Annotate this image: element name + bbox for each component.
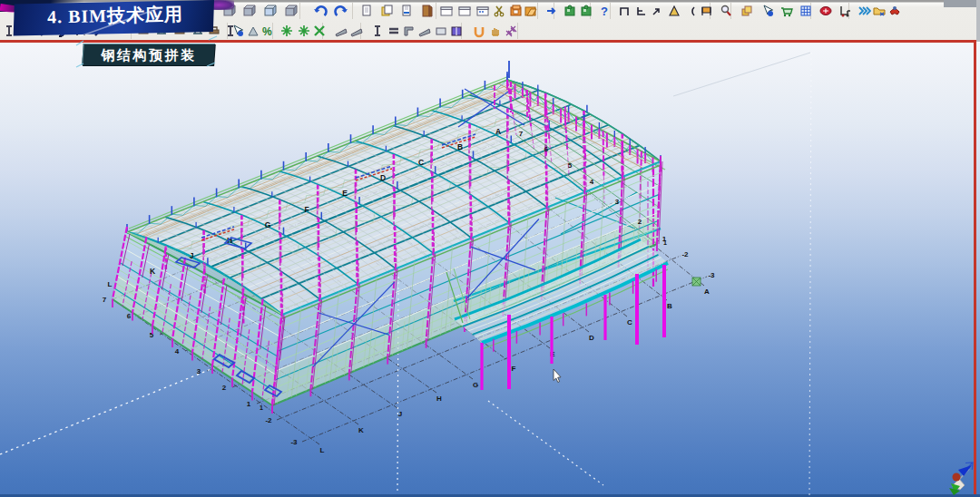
svg-text:1: 1 (247, 400, 251, 408)
svg-text:E: E (342, 189, 348, 198)
svg-text:5: 5 (568, 161, 573, 170)
svg-text:-3: -3 (708, 271, 715, 279)
svg-text:1: 1 (662, 235, 667, 243)
svg-text:3: 3 (615, 198, 620, 206)
svg-text:F: F (304, 205, 309, 214)
svg-text:D: D (380, 173, 386, 182)
svg-text:7: 7 (519, 130, 524, 138)
svg-text:K: K (150, 267, 156, 276)
svg-text:J: J (190, 251, 194, 260)
svg-text:2: 2 (222, 384, 227, 392)
svg-text:C: C (627, 318, 632, 326)
svg-text:4: 4 (175, 347, 180, 356)
svg-text:1: 1 (260, 404, 263, 411)
svg-text:C: C (418, 158, 424, 167)
svg-text:A: A (704, 287, 710, 296)
svg-text:K: K (358, 426, 364, 434)
svg-text:6: 6 (544, 145, 549, 153)
svg-text:4: 4 (590, 178, 594, 186)
svg-text:-2: -2 (681, 250, 689, 258)
svg-text:G: G (473, 381, 478, 389)
svg-text:-3: -3 (290, 438, 298, 446)
svg-text:G: G (265, 220, 271, 229)
svg-text:H: H (436, 395, 442, 403)
svg-text:L: L (320, 446, 325, 454)
svg-text:B: B (667, 302, 672, 310)
svg-text:6: 6 (127, 312, 132, 320)
svg-text:F: F (512, 365, 516, 373)
svg-text:D: D (589, 334, 594, 342)
svg-text:7: 7 (103, 296, 107, 304)
svg-text:L: L (108, 280, 113, 288)
svg-text:A: A (495, 127, 501, 136)
svg-text:3: 3 (197, 367, 201, 375)
svg-text:2: 2 (638, 218, 642, 226)
svg-text:B: B (457, 142, 463, 151)
svg-text:-2: -2 (265, 416, 272, 424)
svg-text:J: J (398, 410, 402, 418)
